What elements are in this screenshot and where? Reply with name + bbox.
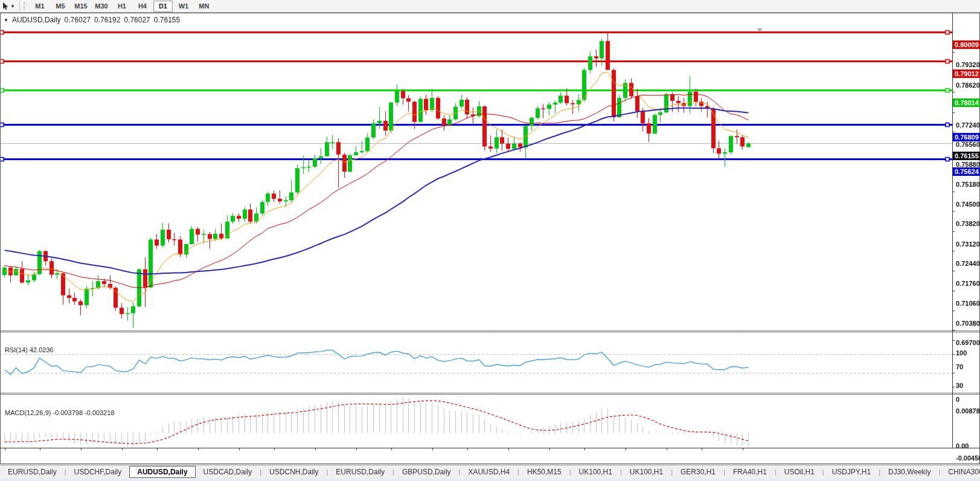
price-axis-tick-label: 0.78620	[956, 82, 980, 89]
rsi-scale-label: 30	[956, 382, 963, 389]
tab-usdjpy-h1[interactable]: USDJPY,H1	[824, 466, 879, 478]
chevron-down-icon: ▼	[10, 4, 15, 9]
ohlc-close: 0.76155	[154, 16, 180, 24]
timeframe-w1[interactable]: W1	[174, 1, 193, 12]
chart-canvas[interactable]	[0, 13, 980, 464]
chart-tab-bar: EURUSD,Daily|USDCHF,DailyAUDUSD,DailyUSD…	[0, 465, 980, 479]
timeframe-h1[interactable]: H1	[112, 1, 132, 12]
current-price-label: 0.76155	[953, 152, 980, 160]
tab-usoil-h1[interactable]: USOil,H1	[777, 466, 822, 478]
toolbar-grip[interactable]	[23, 2, 26, 10]
tab-ger30-h1[interactable]: GER30,H1	[673, 466, 723, 478]
status-strip	[0, 479, 980, 481]
toolbar-separator	[19, 1, 20, 11]
price-axis-tick-label: 0.74500	[956, 201, 980, 208]
tab-hk50-m15[interactable]: HK50,M15	[519, 466, 569, 478]
timeframe-buttons: M1M5M15M30H1H4D1W1MN	[30, 1, 214, 12]
price-axis-tick-label: 0.71060	[956, 300, 980, 307]
tab-fra40-h1[interactable]: FRA40,H1	[725, 466, 775, 478]
chart-title: ▼ AUDUSD,Daily 0.76027 0.76192 0.76027 0…	[4, 16, 180, 24]
tab-usdcad-daily[interactable]: USDCAD,Daily	[196, 466, 260, 478]
tab-audusd-daily[interactable]: AUDUSD,Daily	[129, 466, 195, 478]
tab-usdcnh-daily[interactable]: USDCNH,Daily	[261, 466, 326, 478]
macd-scale-label: 0.00	[956, 442, 969, 450]
rsi-indicator-label: RSI(14) 42.0236	[5, 346, 54, 353]
ohlc-open: 0.76027	[65, 16, 91, 24]
tab-list: EURUSD,Daily|USDCHF,DailyAUDUSD,DailyUSD…	[0, 466, 980, 478]
rsi-scale-label: 0	[956, 396, 959, 403]
chart-window: ▼ AUDUSD,Daily 0.76027 0.76192 0.76027 0…	[0, 13, 980, 464]
price-axis-tick-label: 0.75880	[956, 161, 980, 168]
hline-price-label: 0.80009	[953, 40, 980, 49]
hline-price-label: 0.78014	[953, 98, 980, 107]
ohlc-low: 0.76027	[124, 16, 150, 24]
tab-gbpusd-daily[interactable]: GBPUSD,Daily	[394, 466, 459, 478]
macd-scale-label: 0.008785	[956, 407, 980, 415]
price-axis-tick-label: 0.72440	[956, 260, 980, 267]
hline-price-label: 0.79012	[953, 69, 980, 78]
rsi-scale-label: 70	[956, 363, 963, 370]
tab-dj30-weekly[interactable]: DJ30,Weekly	[880, 466, 938, 478]
timeframe-mn[interactable]: MN	[194, 1, 214, 12]
timeframe-d1[interactable]: D1	[153, 1, 173, 12]
mt4-window: ▼ M1M5M15M30H1H4D1W1MN ▼ AUDUSD,Daily 0.…	[0, 0, 980, 481]
rsi-scale-label: 100	[956, 349, 967, 357]
price-axis-tick-label: 0.71760	[956, 280, 980, 287]
hline-price-label: 0.76809	[953, 133, 980, 141]
price-axis-tick-label: 0.75180	[956, 181, 980, 188]
price-axis-tick-label: 0.73120	[956, 240, 980, 248]
timeframe-h4[interactable]: H4	[133, 1, 152, 12]
tab-usdchf-daily[interactable]: USDCHF,Daily	[66, 466, 130, 478]
timeframe-m30[interactable]: M30	[92, 1, 111, 12]
price-axis-tick-label: 0.70380	[956, 320, 980, 327]
price-axis-tick-label: 0.76560	[956, 141, 980, 148]
price-axis-tick-label: 0.73820	[956, 220, 980, 227]
price-axis-tick-label: 0.79320	[956, 61, 980, 68]
timeframe-m5[interactable]: M5	[51, 1, 70, 12]
tab-eurusd-daily[interactable]: EURUSD,Daily	[0, 466, 65, 478]
tab-uk100-h1[interactable]: UK100,H1	[571, 466, 620, 478]
hline-price-label: 0.75624	[953, 167, 980, 176]
cursor-icon	[2, 2, 9, 10]
ohlc-high: 0.76192	[94, 16, 120, 24]
symbol-name: AUDUSD,Daily	[12, 16, 61, 24]
tab-xauusd-h4[interactable]: XAUUSD,H4	[460, 466, 517, 478]
tab-china300-h1[interactable]: CHINA300,H1	[940, 466, 980, 478]
macd-indicator-label: MACD(12,26,9) -0.003798 -0.003218	[5, 409, 115, 416]
cursor-tool-button[interactable]: ▼	[0, 0, 18, 12]
tab-eurusd-daily[interactable]: EURUSD,Daily	[328, 466, 392, 478]
timeframe-m1[interactable]: M1	[30, 1, 50, 12]
chart-shift-marker[interactable]	[757, 28, 763, 32]
tab-uk100-h1[interactable]: UK100,H1	[622, 466, 671, 478]
price-axis-tick-label: 0.77240	[956, 121, 980, 129]
timeframe-m15[interactable]: M15	[71, 1, 91, 12]
collapse-arrow-icon[interactable]: ▼	[4, 18, 8, 23]
toolbar: ▼ M1M5M15M30H1H4D1W1MN	[0, 0, 980, 13]
macd-scale-label: -0.004503	[956, 454, 980, 462]
price-axis-tick-label: 0.69700	[956, 339, 980, 346]
